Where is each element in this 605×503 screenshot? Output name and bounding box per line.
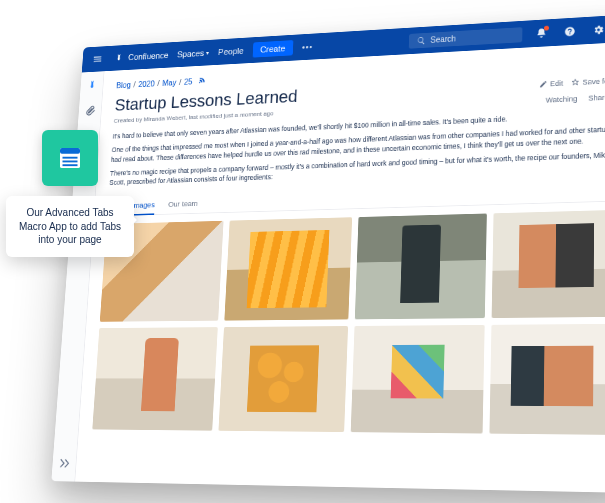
breadcrumb-month[interactable]: May <box>162 78 176 87</box>
image-thumbnail[interactable] <box>489 324 605 435</box>
attachments-icon[interactable] <box>84 104 96 116</box>
image-thumbnail[interactable] <box>92 327 217 430</box>
share-button[interactable]: Share <box>586 93 605 102</box>
watching-label: Watching <box>546 95 578 105</box>
image-thumbnail[interactable] <box>224 217 352 321</box>
menu-icon[interactable] <box>89 51 106 68</box>
search-placeholder: Search <box>430 34 456 44</box>
create-button[interactable]: Create <box>252 40 293 58</box>
notifications-icon[interactable] <box>532 24 551 43</box>
save-for-later-button[interactable]: Save for later <box>571 76 605 87</box>
tabs-macro-icon <box>42 130 98 186</box>
chevron-down-icon: ▾ <box>206 49 209 56</box>
notification-badge <box>544 26 549 31</box>
save-for-later-label: Save for later <box>582 76 605 86</box>
image-grid <box>92 209 605 435</box>
breadcrumb-blog[interactable]: Blog <box>116 80 131 89</box>
nav-people[interactable]: People <box>218 46 244 57</box>
feed-icon[interactable] <box>198 76 206 85</box>
promo-callout: Our Advanced Tabs Macro App to add Tabs … <box>6 130 134 257</box>
search-input[interactable]: Search <box>409 27 523 49</box>
svg-rect-6 <box>63 161 78 163</box>
promo-callout-text: Our Advanced Tabs Macro App to add Tabs … <box>6 196 134 257</box>
breadcrumb-day[interactable]: 25 <box>184 77 193 86</box>
svg-rect-7 <box>63 164 78 166</box>
confluence-logo-icon[interactable] <box>86 79 98 91</box>
nav-spaces[interactable]: Spaces ▾ <box>177 48 210 59</box>
image-thumbnail[interactable] <box>355 213 487 319</box>
page-content: Blog / 2020 / May / 25 Startup Lessons L… <box>75 41 605 493</box>
image-thumbnail[interactable] <box>351 325 485 433</box>
tab-our-team[interactable]: Our team <box>168 194 199 214</box>
edit-label: Edit <box>550 79 563 88</box>
more-icon[interactable]: ••• <box>302 42 314 52</box>
page-title-actions: Edit Save for later <box>539 76 605 89</box>
nav-spaces-label: Spaces <box>177 48 204 59</box>
breadcrumb-year[interactable]: 2020 <box>138 79 155 88</box>
brand-label: Confluence <box>128 51 169 62</box>
brand[interactable]: Confluence <box>114 50 169 64</box>
confluence-window: Confluence Spaces ▾ People Create ••• Se… <box>51 14 605 494</box>
macro-tabs: Startup images Our team <box>107 180 605 216</box>
share-label: Share <box>588 93 605 102</box>
svg-rect-5 <box>63 157 78 159</box>
edit-button[interactable]: Edit <box>539 79 563 88</box>
svg-rect-4 <box>60 148 80 154</box>
help-icon[interactable] <box>560 22 579 41</box>
watching-button[interactable]: Watching <box>543 95 577 105</box>
image-thumbnail[interactable] <box>492 209 605 318</box>
nav-people-label: People <box>218 46 244 57</box>
image-thumbnail[interactable] <box>218 326 348 432</box>
expand-icon[interactable] <box>58 457 71 470</box>
settings-icon[interactable] <box>589 20 605 39</box>
